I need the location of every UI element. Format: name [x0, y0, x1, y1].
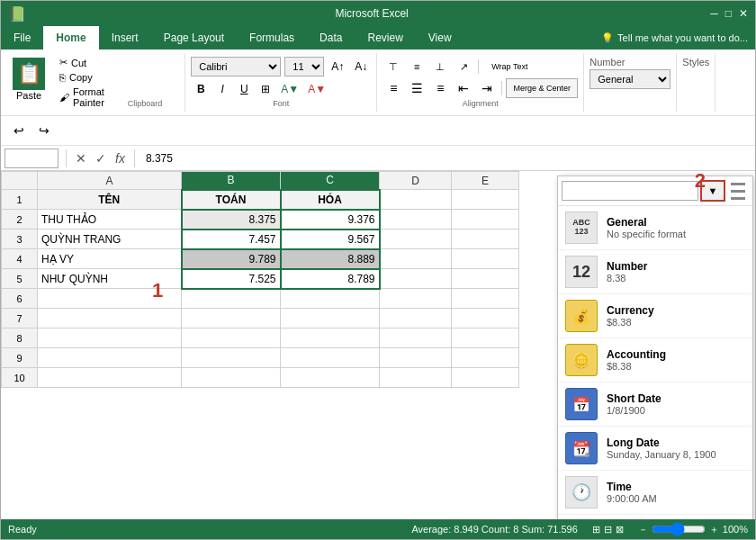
format-item-shortdate[interactable]: 📅 Short Date 1/8/1900	[558, 382, 752, 427]
align-bottom-btn[interactable]: ⊥	[429, 57, 451, 76]
cell-a2[interactable]: QUỲNH TRANG	[38, 230, 182, 249]
align-top-btn[interactable]: ⊤	[382, 57, 404, 76]
tell-me-text[interactable]: Tell me what you want to do...	[617, 32, 748, 43]
cell-b4[interactable]: 7.525	[182, 269, 281, 289]
shortdate-format-name: Short Date	[607, 392, 662, 405]
decrease-font-btn[interactable]: A↓	[351, 57, 371, 76]
badge-1: 1	[152, 279, 163, 302]
align-right-btn[interactable]: ≡	[429, 78, 451, 98]
row-num-5: 6	[2, 289, 38, 309]
merge-center-btn[interactable]: Merge & Center	[506, 78, 578, 98]
cancel-formula-icon[interactable]: ✕	[74, 149, 88, 167]
cell-a1[interactable]: THU THẢO	[38, 210, 182, 230]
table-row: 5 NHƯ QUỲNH 7.525 8.789	[2, 269, 519, 289]
undo-redo-bar: ↩ ↪	[1, 116, 755, 146]
confirm-formula-icon[interactable]: ✓	[94, 149, 108, 167]
status-stats: Average: 8.949 Count: 8 Sum: 71.596	[411, 524, 577, 535]
redo-button[interactable]: ↪	[33, 120, 55, 141]
format-item-percentage[interactable]: % Percentage 837.50%	[558, 515, 752, 519]
fill-color-button[interactable]: A▼	[277, 79, 302, 99]
font-name-select[interactable]: Calibri	[191, 57, 281, 76]
number-format-icon: 12	[565, 256, 598, 288]
cell-d3	[380, 249, 452, 269]
row-num-1: 2	[2, 210, 38, 230]
border-button[interactable]: ⊞	[256, 79, 275, 99]
indent-increase-btn[interactable]: ⇥	[476, 78, 498, 98]
table-row: 10	[2, 368, 519, 388]
header-toan[interactable]: TOÁN	[182, 190, 281, 210]
insert-function-icon[interactable]: fx	[113, 149, 127, 167]
cell-b1[interactable]: 8.375	[182, 210, 281, 230]
cell-b3[interactable]: 9.789	[182, 249, 281, 269]
cell-c3[interactable]: 8.889	[281, 249, 380, 269]
maximize-btn[interactable]: □	[725, 7, 732, 20]
underline-button[interactable]: U	[234, 79, 254, 99]
number-format-select[interactable]: General	[590, 69, 670, 89]
wrap-text-btn[interactable]: Wrap Text	[482, 57, 536, 76]
cell-e4	[452, 269, 519, 289]
format-item-currency[interactable]: 💰 Currency $8.38	[558, 294, 752, 338]
data-header-row: 1 TÊN TOÁN HÓA	[2, 190, 519, 210]
rotate-text-btn[interactable]: ↗	[453, 57, 474, 76]
format-search-input[interactable]	[562, 181, 698, 201]
col-header-d[interactable]: D	[380, 172, 452, 190]
font-size-select[interactable]: 11	[284, 57, 324, 76]
view-layout-icon[interactable]: ⊟	[604, 524, 612, 536]
format-item-longdate[interactable]: 📆 Long Date Sunday, January 8, 1900	[558, 427, 752, 471]
format-item-accounting[interactable]: 🪙 Accounting $8.38	[558, 338, 752, 382]
align-left-btn[interactable]: ≡	[382, 78, 404, 98]
tab-file[interactable]: File	[1, 26, 43, 50]
view-page-break-icon[interactable]: ⊠	[616, 524, 624, 536]
paste-button[interactable]: 📋 Paste	[6, 55, 51, 110]
formula-divider	[66, 149, 67, 167]
col-header-e[interactable]: E	[452, 172, 519, 190]
copy-button[interactable]: ⎘ Copy	[55, 70, 109, 85]
undo-button[interactable]: ↩	[8, 120, 30, 141]
cell-b2[interactable]: 7.457	[182, 230, 281, 249]
zoom-out-icon[interactable]: －	[638, 523, 648, 536]
cell-c2[interactable]: 9.567	[281, 230, 380, 249]
formula-input[interactable]	[142, 148, 752, 168]
format-item-time[interactable]: 🕐 Time 9:00:00 AM	[558, 471, 752, 515]
col-header-b[interactable]: B	[182, 172, 281, 190]
tab-formulas[interactable]: Formulas	[237, 26, 307, 50]
header-ten[interactable]: TÊN	[38, 190, 182, 210]
align-middle-btn[interactable]: ≡	[406, 57, 428, 76]
indent-decrease-btn[interactable]: ⇤	[453, 78, 474, 98]
col-header-a[interactable]: A	[38, 172, 182, 190]
format-item-number[interactable]: 12 Number 8.38	[558, 250, 752, 294]
zoom-slider[interactable]	[652, 522, 706, 536]
view-normal-icon[interactable]: ⊞	[592, 524, 600, 536]
cell-d2	[380, 230, 452, 249]
tab-review[interactable]: Review	[355, 26, 415, 50]
cell-d1	[380, 210, 452, 230]
cut-button[interactable]: ✂ Cut	[55, 55, 109, 70]
align-center-btn[interactable]: ☰	[406, 78, 428, 98]
format-painter-button[interactable]: 🖌 Format Painter	[55, 85, 109, 110]
name-box[interactable]	[4, 148, 58, 168]
badge-2: 2	[695, 171, 706, 193]
tab-insert[interactable]: Insert	[99, 26, 151, 50]
bold-button[interactable]: B	[191, 79, 211, 99]
cell-c1[interactable]: 9.376	[281, 210, 380, 230]
italic-button[interactable]: I	[212, 79, 232, 99]
zoom-in-icon[interactable]: ＋	[709, 523, 719, 536]
column-header-row: A B C D E	[2, 172, 519, 190]
minimize-btn[interactable]: ─	[710, 7, 718, 20]
header-e	[452, 190, 519, 210]
increase-font-btn[interactable]: A↑	[328, 57, 347, 76]
format-item-general[interactable]: ABC123 General No specific format	[558, 206, 752, 250]
cell-e3	[452, 249, 519, 269]
header-hoa[interactable]: HÓA	[281, 190, 380, 210]
tab-data[interactable]: Data	[307, 26, 355, 50]
tab-home[interactable]: Home	[43, 26, 98, 50]
close-btn[interactable]: ✕	[739, 7, 748, 20]
cell-a3[interactable]: HẠ VY	[38, 249, 182, 269]
format-grid-view-btn[interactable]	[727, 180, 749, 202]
tab-view[interactable]: View	[416, 26, 464, 50]
cell-c4[interactable]: 8.789	[281, 269, 380, 289]
col-header-c[interactable]: C	[281, 172, 380, 190]
tab-pagelayout[interactable]: Page Layout	[151, 26, 237, 50]
main-area: A B C D E 1 TÊN TOÁN HÓA	[1, 171, 755, 519]
font-color-button[interactable]: A▼	[304, 79, 329, 99]
